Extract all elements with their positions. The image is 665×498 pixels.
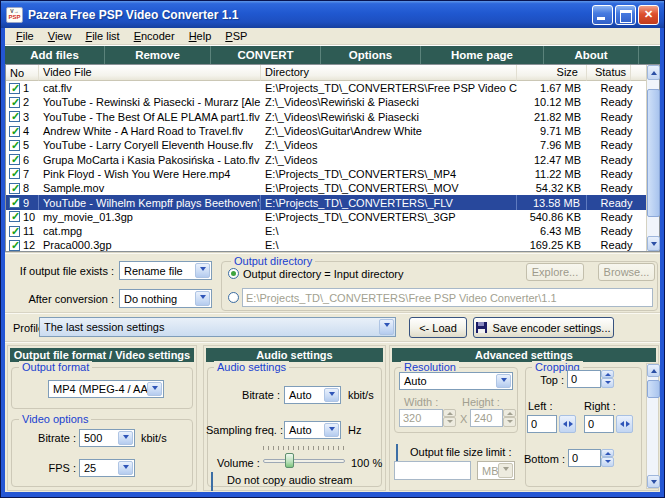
chevron-down-icon[interactable] xyxy=(379,319,394,335)
menu-view[interactable]: View xyxy=(41,29,79,43)
chevron-down-icon[interactable] xyxy=(147,382,162,396)
add-files-button[interactable]: Add files xyxy=(5,46,105,64)
table-row[interactable]: 7 Pink Floyd - Wish You Were Here.mp4 E:… xyxy=(6,167,646,181)
no-copy-audio-checkbox[interactable] xyxy=(211,472,213,491)
crop-bottom-spinner[interactable] xyxy=(601,449,614,467)
row-checkbox[interactable] xyxy=(9,111,20,122)
crop-left-arrows[interactable] xyxy=(559,415,576,433)
scroll-down-icon[interactable] xyxy=(647,475,660,488)
crop-left-input[interactable] xyxy=(527,415,557,433)
row-checkbox[interactable] xyxy=(9,154,20,165)
crop-bottom-input[interactable] xyxy=(568,449,601,467)
row-checkbox[interactable] xyxy=(9,226,20,237)
options-button[interactable]: Options xyxy=(321,46,421,64)
row-checkbox[interactable] xyxy=(9,211,20,222)
after-combobox[interactable]: Do nothing xyxy=(119,289,212,308)
volume-value: 100 % xyxy=(351,457,382,469)
scroll-down-icon[interactable] xyxy=(647,236,660,251)
height-input[interactable] xyxy=(470,409,503,427)
column-header-size[interactable]: Size xyxy=(517,65,587,81)
crop-top-spinner[interactable] xyxy=(601,370,614,388)
about-button[interactable]: About xyxy=(544,46,639,64)
row-checkbox[interactable] xyxy=(9,240,20,251)
size-limit-input[interactable] xyxy=(394,461,471,480)
width-spinner[interactable] xyxy=(443,409,456,427)
browse-button[interactable]: Browse... xyxy=(598,263,655,281)
table-row[interactable]: 11 cat.mpg E:\ 6.43 MB Ready xyxy=(6,224,646,238)
crop-right-arrows[interactable] xyxy=(616,415,633,433)
table-row[interactable]: 4 Andrew White - A Hard Road to Travel.f… xyxy=(6,124,646,138)
home-page-button[interactable]: Home page xyxy=(421,46,544,64)
scrollbar-thumb[interactable] xyxy=(647,89,660,217)
exists-combobox[interactable]: Rename file xyxy=(119,261,212,280)
chevron-down-icon[interactable] xyxy=(195,263,210,278)
custom-directory-radio[interactable] xyxy=(228,292,239,303)
save-encoder-settings-button[interactable]: Save encoder settings... xyxy=(473,317,614,338)
table-row[interactable]: 2 YouTube - Rewinski & Piasecki - Murarz… xyxy=(6,95,646,109)
volume-slider-thumb[interactable] xyxy=(285,453,294,468)
row-checkbox[interactable] xyxy=(9,168,20,179)
menu-encoder[interactable]: Encoder xyxy=(127,29,182,43)
scrollbar-thumb[interactable] xyxy=(647,380,660,398)
explore-button[interactable]: Explore... xyxy=(526,263,584,281)
row-checkbox[interactable] xyxy=(9,197,20,208)
fps-combobox[interactable]: 25 xyxy=(79,459,135,477)
crop-right-input[interactable] xyxy=(584,415,614,433)
scroll-up-icon[interactable] xyxy=(647,65,660,80)
table-row[interactable]: 3 YouTube - The Best Of ALE PLAMA part1.… xyxy=(6,110,646,124)
remove-button[interactable]: Remove xyxy=(105,46,211,64)
file-list-header: No Video File Directory Size Status xyxy=(6,65,659,81)
chevron-down-icon[interactable] xyxy=(118,461,133,475)
column-header-status[interactable]: Status xyxy=(587,65,631,81)
size-cell: 13.58 MB xyxy=(517,195,587,209)
menu-file[interactable]: File xyxy=(9,29,41,43)
load-button[interactable]: <- Load xyxy=(409,317,467,338)
scroll-up-icon[interactable] xyxy=(647,364,660,377)
menu-psp[interactable]: PSP xyxy=(218,29,254,43)
column-header-no[interactable]: No xyxy=(6,65,39,81)
advanced-scrollbar[interactable] xyxy=(646,363,659,489)
profile-combobox[interactable]: The last session settings xyxy=(39,317,396,337)
chevron-down-icon[interactable] xyxy=(195,291,210,306)
row-checkbox[interactable] xyxy=(9,183,20,194)
chevron-down-icon[interactable] xyxy=(496,374,511,388)
row-checkbox[interactable] xyxy=(9,97,20,108)
column-header-directory[interactable]: Directory xyxy=(261,65,517,81)
menu-help[interactable]: Help xyxy=(182,29,219,43)
resolution-combobox[interactable]: Auto xyxy=(399,372,513,390)
size-unit-combobox[interactable]: MB xyxy=(477,461,515,480)
minimize-button[interactable] xyxy=(592,5,613,25)
table-row[interactable]: 1 cat.flv E:\Projects_TD\_CONVERTERS\Fre… xyxy=(6,81,646,95)
table-row[interactable]: 6 Grupa MoCarta i Kasia Pakosińska - Lat… xyxy=(6,152,646,166)
table-row[interactable]: 12 Praca000.3gp E:\ 169.25 KB Ready xyxy=(6,238,646,252)
maximize-button[interactable] xyxy=(615,5,636,25)
menu-file-list[interactable]: File list xyxy=(78,29,126,43)
row-checkbox[interactable] xyxy=(9,140,20,151)
table-row[interactable]: 5 YouTube - Larry Coryell Eleventh House… xyxy=(6,138,646,152)
column-header-video-file[interactable]: Video File xyxy=(39,65,261,81)
table-row-selected[interactable]: 9 YouTube - Wilhelm Kempff plays Beethov… xyxy=(6,195,646,209)
close-button[interactable] xyxy=(638,5,659,25)
status-cell: Ready xyxy=(587,125,646,137)
width-input[interactable] xyxy=(399,409,443,427)
same-directory-radio[interactable] xyxy=(228,268,239,279)
title-bar[interactable]: V→ PSP Pazera Free PSP Video Converter 1… xyxy=(1,1,664,28)
audio-bitrate-combobox[interactable]: Auto xyxy=(284,386,341,404)
output-format-combobox[interactable]: MP4 (MPEG-4 / AAC) xyxy=(48,380,164,398)
volume-slider[interactable] xyxy=(263,459,345,463)
table-row[interactable]: 10 my_movie_01.3gp E:\Projects_TD\_CONVE… xyxy=(6,210,646,224)
row-checkbox[interactable] xyxy=(9,83,20,94)
table-scrollbar[interactable] xyxy=(646,65,659,251)
chevron-down-icon[interactable] xyxy=(498,463,513,478)
chevron-down-icon[interactable] xyxy=(324,388,339,402)
crop-top-input[interactable] xyxy=(567,370,601,388)
convert-button[interactable]: CONVERT xyxy=(211,46,321,64)
chevron-down-icon[interactable] xyxy=(118,431,133,445)
custom-directory-input[interactable] xyxy=(242,288,653,307)
chevron-down-icon[interactable] xyxy=(324,423,339,437)
table-row[interactable]: 8 Sample.mov E:\Projects_TD\_CONVERTERS\… xyxy=(6,181,646,195)
sampling-combobox[interactable]: Auto xyxy=(284,421,341,439)
height-spinner[interactable] xyxy=(503,409,516,427)
row-checkbox[interactable] xyxy=(9,126,20,137)
video-bitrate-combobox[interactable]: 500 xyxy=(79,429,135,447)
